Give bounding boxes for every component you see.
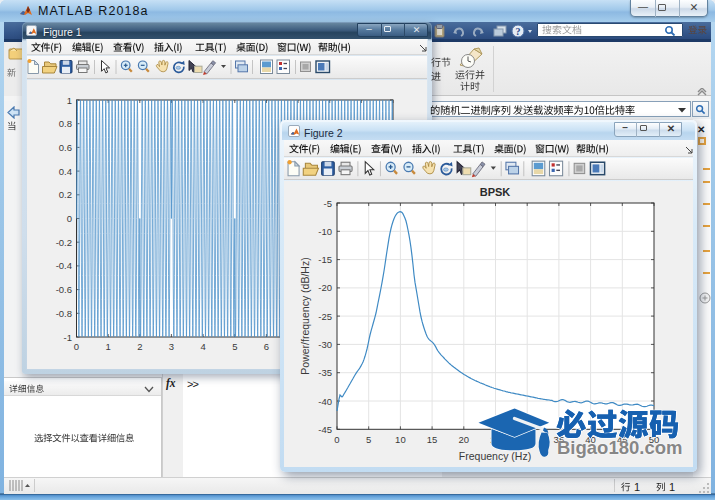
svg-text:-10: -10 <box>318 226 332 237</box>
svg-text:Frequency (Hz): Frequency (Hz) <box>459 450 531 462</box>
svg-text:-15: -15 <box>318 254 332 265</box>
svg-text:0: 0 <box>334 434 339 445</box>
svg-text:-5: -5 <box>324 198 332 209</box>
svg-text:30: 30 <box>522 434 533 445</box>
svg-text:25: 25 <box>490 434 501 445</box>
svg-text:5: 5 <box>366 434 371 445</box>
svg-text:BPSK: BPSK <box>480 186 511 198</box>
svg-text:-25: -25 <box>318 311 332 322</box>
svg-text:-40: -40 <box>318 396 332 407</box>
svg-text:-30: -30 <box>318 339 332 350</box>
svg-text:Power/frequency (dB/Hz): Power/frequency (dB/Hz) <box>299 257 311 374</box>
svg-text:-35: -35 <box>318 367 332 378</box>
svg-text:-45: -45 <box>318 424 332 435</box>
svg-text:-20: -20 <box>318 282 332 293</box>
svg-text:20: 20 <box>459 434 470 445</box>
svg-text:10: 10 <box>395 434 406 445</box>
svg-text:15: 15 <box>427 434 438 445</box>
